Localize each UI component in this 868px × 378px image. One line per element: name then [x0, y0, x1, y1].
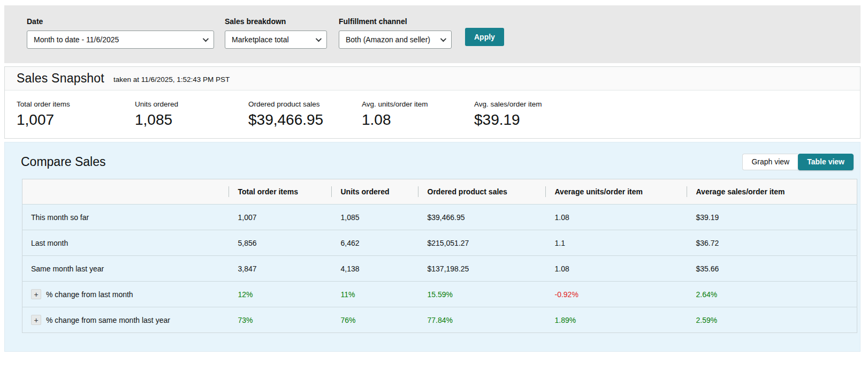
cell-value: 1,085 — [331, 205, 418, 230]
row-label-cell: + % change from same month last year — [22, 307, 229, 333]
cell-value: 73% — [229, 307, 331, 333]
header-total-order-items: Total order items — [229, 179, 331, 205]
row-label: Last month — [31, 239, 68, 247]
table-row: Same month last year 3,847 4,138 $137,19… — [22, 256, 857, 282]
table-header-row: Total order items Units ordered Ordered … — [22, 179, 857, 205]
compare-sales-header: Compare Sales Graph view Table view — [5, 142, 860, 170]
row-label: % change from same month last year — [46, 316, 170, 324]
cell-value: 2.59% — [687, 307, 857, 333]
fulfillment-channel-label: Fulfillment channel — [339, 17, 452, 26]
row-label: This month so far — [31, 213, 89, 222]
date-select-value: Month to date - 11/6/2025 — [34, 35, 119, 44]
date-filter-label: Date — [27, 17, 214, 26]
metric-value: 1,085 — [135, 111, 248, 128]
metric-value: 1.08 — [362, 111, 474, 128]
cell-value: 77.84% — [418, 307, 545, 333]
row-label: Same month last year — [31, 264, 104, 273]
cell-value: 1,007 — [229, 205, 331, 230]
table-row: + % change from same month last year 73%… — [22, 307, 857, 333]
row-label-cell: + % change from last month — [22, 282, 229, 307]
fulfillment-channel-select[interactable]: Both (Amazon and seller) — [339, 31, 452, 49]
metric-value: 1,007 — [17, 111, 135, 128]
header-ordered-product-sales: Ordered product sales — [418, 179, 545, 205]
sales-breakdown-select-value: Marketplace total — [232, 35, 289, 44]
cell-value: $137,198.25 — [418, 256, 545, 282]
metric-avg-units-per-order-item: Avg. units/order item 1.08 — [362, 100, 474, 138]
fulfillment-channel-filter-group: Fulfillment channel Both (Amazon and sel… — [339, 17, 452, 49]
cell-value: 15.59% — [418, 282, 545, 307]
cell-value: $36.72 — [687, 230, 857, 256]
cell-value: $39,466.95 — [418, 205, 545, 230]
sales-snapshot-title: Sales Snapshot — [17, 71, 104, 86]
cell-value: 1.1 — [545, 230, 687, 256]
view-toggle: Graph view Table view — [742, 154, 854, 170]
metric-label: Avg. sales/order item — [474, 100, 542, 108]
row-label-cell: Last month — [22, 230, 229, 256]
metric-label: Units ordered — [135, 100, 248, 108]
compare-sales-table: Total order items Units ordered Ordered … — [22, 179, 857, 333]
table-row: Last month 5,856 6,462 $215,051.27 1.1 $… — [22, 230, 857, 256]
cell-value: 2.64% — [687, 282, 857, 307]
metric-value: $39.19 — [474, 111, 542, 128]
cell-value: $39.19 — [687, 205, 857, 230]
cell-value: 1.89% — [545, 307, 687, 333]
header-blank — [22, 179, 229, 205]
metric-label: Avg. units/order item — [362, 100, 474, 108]
date-filter-group: Date Month to date - 11/6/2025 — [27, 17, 214, 49]
snapshot-metrics: Total order items 1,007 Units ordered 1,… — [5, 90, 860, 138]
table-view-button[interactable]: Table view — [798, 154, 854, 170]
row-label-cell: Same month last year — [22, 256, 229, 282]
apply-button[interactable]: Apply — [465, 28, 504, 46]
table-row: + % change from last month 12% 11% 15.59… — [22, 282, 857, 307]
cell-value: 5,856 — [229, 230, 331, 256]
chevron-down-icon — [440, 36, 446, 42]
cell-value: $215,051.27 — [418, 230, 545, 256]
sales-breakdown-label: Sales breakdown — [225, 17, 327, 26]
sales-breakdown-filter-group: Sales breakdown Marketplace total — [225, 17, 327, 49]
date-select[interactable]: Month to date - 11/6/2025 — [27, 31, 214, 49]
cell-value: 1.08 — [545, 256, 687, 282]
metric-total-order-items: Total order items 1,007 — [17, 100, 135, 138]
cell-value: 1.08 — [545, 205, 687, 230]
compare-sales-card: Compare Sales Graph view Table view Tota… — [4, 142, 861, 352]
cell-value: $35.66 — [687, 256, 857, 282]
expand-row-button[interactable]: + — [31, 315, 41, 325]
header-units-ordered: Units ordered — [331, 179, 418, 205]
cell-value: 3,847 — [229, 256, 331, 282]
cell-value: 12% — [229, 282, 331, 307]
plus-icon: + — [34, 290, 38, 299]
fulfillment-channel-select-value: Both (Amazon and seller) — [346, 35, 430, 44]
cell-value: 6,462 — [331, 230, 418, 256]
cell-value: -0.92% — [545, 282, 687, 307]
cell-value: 76% — [331, 307, 418, 333]
metric-label: Total order items — [17, 100, 135, 108]
row-label-cell: This month so far — [22, 205, 229, 230]
metric-value: $39,466.95 — [248, 111, 362, 128]
sales-snapshot-card: Sales Snapshot taken at 11/6/2025, 1:52:… — [4, 66, 861, 139]
graph-view-button[interactable]: Graph view — [742, 154, 798, 170]
expand-row-button[interactable]: + — [31, 289, 41, 299]
metric-units-ordered: Units ordered 1,085 — [135, 100, 248, 138]
sales-breakdown-select[interactable]: Marketplace total — [225, 31, 327, 49]
chevron-down-icon — [316, 36, 322, 42]
cell-value: 11% — [331, 282, 418, 307]
filter-bar: Date Month to date - 11/6/2025 Sales bre… — [4, 5, 861, 63]
plus-icon: + — [34, 316, 38, 324]
metric-ordered-product-sales: Ordered product sales $39,466.95 — [248, 100, 362, 138]
table-row: This month so far 1,007 1,085 $39,466.95… — [22, 205, 857, 230]
metric-avg-sales-per-order-item: Avg. sales/order item $39.19 — [474, 100, 542, 138]
snapshot-timestamp: taken at 11/6/2025, 1:52:43 PM PST — [113, 73, 230, 84]
cell-value: 4,138 — [331, 256, 418, 282]
sales-snapshot-header: Sales Snapshot taken at 11/6/2025, 1:52:… — [5, 67, 860, 90]
header-average-units-per-order-item: Average units/order item — [545, 179, 687, 205]
chevron-down-icon — [203, 36, 209, 42]
header-average-sales-per-order-item: Average sales/order item — [687, 179, 857, 205]
row-label: % change from last month — [46, 290, 133, 299]
metric-label: Ordered product sales — [248, 100, 362, 108]
compare-sales-title: Compare Sales — [21, 155, 106, 169]
